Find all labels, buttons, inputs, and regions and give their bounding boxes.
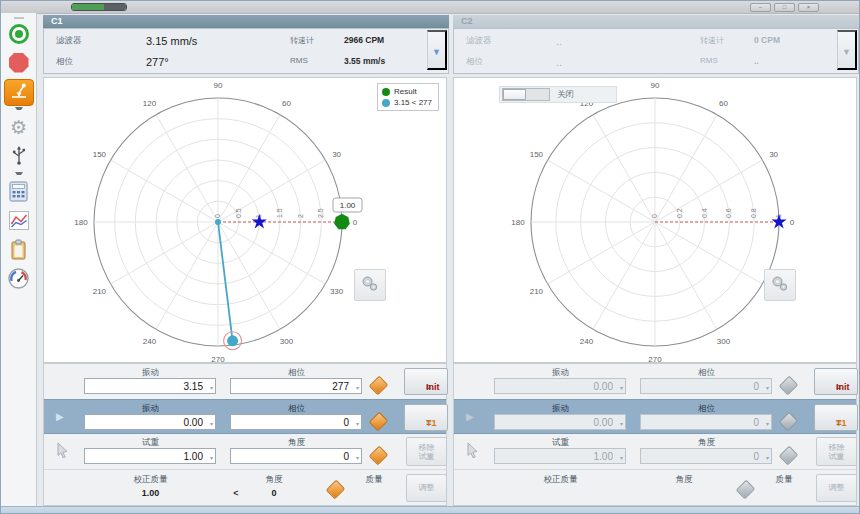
correction-mass-label: 校正质量 (84, 474, 217, 486)
cursor-icon (57, 443, 69, 462)
init-button[interactable]: ≡Init (404, 368, 448, 395)
field-caret-icon: ▾ (356, 420, 359, 427)
tacho-value: 2966 CPM (344, 35, 384, 45)
legend-swatch-result (382, 88, 390, 96)
init-row: 振动 相位 ▾ ▾ ≡Init (454, 364, 856, 399)
polar-chart-c2: 030609012015018021024027030033000.20.40.… (454, 78, 856, 362)
drag-handle[interactable] (14, 17, 24, 19)
vibration-input[interactable] (85, 415, 215, 429)
correction-row: 校正质量 角度 质量 调整 (454, 469, 856, 506)
channel-toggle-wrap: 关闭 (499, 86, 617, 103)
svg-text:330: 330 (330, 287, 344, 296)
settings-button[interactable]: ⚙ (4, 114, 34, 142)
usb-button[interactable] (4, 143, 34, 171)
tacho-value: 0 CPM (754, 35, 780, 45)
svg-text:270: 270 (211, 355, 225, 362)
stop-button[interactable] (4, 50, 34, 78)
diamond-indicator-icon[interactable] (326, 480, 346, 500)
phase-input[interactable] (231, 415, 361, 429)
calculator-icon (9, 181, 28, 202)
diamond-indicator-icon (779, 446, 799, 466)
diamond-indicator-icon (779, 412, 799, 432)
svg-text:30: 30 (769, 150, 778, 159)
field-caret-icon: ▾ (356, 384, 359, 391)
calculator-button[interactable] (4, 179, 34, 207)
stop-icon (9, 53, 29, 73)
svg-text:2: 2 (297, 214, 304, 218)
panel-title: C2 (453, 15, 859, 28)
diamond-indicator-icon[interactable] (369, 412, 389, 432)
rms-label: RMS (290, 56, 308, 65)
init-button[interactable]: ≡Init (814, 368, 858, 395)
chart-tools-button[interactable] (354, 269, 386, 301)
vibration-input[interactable] (85, 379, 215, 393)
tacho-label: 转速计 (290, 35, 314, 46)
line-chart-icon (9, 211, 29, 230)
measurement-info-box: 滤波器 .. 转速计 0 CPM 相位 .. RMS .. ▼ (453, 28, 859, 74)
channel-toggle[interactable] (502, 88, 550, 101)
phase-value: .. (556, 56, 562, 68)
polar-chart-c1: 030609012015018021024027030033000.511.52… (44, 78, 446, 362)
t1-button[interactable]: ≡T1 (814, 404, 858, 431)
close-button[interactable]: × (798, 3, 819, 12)
adjust-button[interactable]: 调整 (816, 474, 857, 502)
diamond-indicator-icon[interactable] (369, 446, 389, 466)
more-indicator (15, 172, 23, 178)
init-button-label: Init (426, 382, 440, 392)
svg-text:240: 240 (580, 337, 594, 346)
expand-info-button[interactable]: ▼ (837, 30, 857, 70)
chart-tools-button[interactable] (764, 269, 796, 301)
t1-button-label: T1 (836, 418, 847, 428)
svg-text:300: 300 (717, 337, 731, 346)
diamond-indicator-icon (779, 376, 799, 396)
trial-weight-input[interactable] (495, 449, 625, 463)
charts-button[interactable] (4, 208, 34, 236)
svg-text:240: 240 (143, 337, 157, 346)
legend-label: Result (394, 87, 417, 96)
svg-text:180: 180 (511, 218, 525, 227)
t1-button[interactable]: ≡T1 (404, 404, 448, 431)
minimize-button[interactable]: – (750, 3, 771, 12)
polar-chart-area-c2: 030609012015018021024027030033000.20.40.… (453, 77, 857, 363)
expand-info-button[interactable]: ▼ (427, 30, 447, 70)
vibration-input[interactable] (495, 415, 625, 429)
progress-pill (71, 3, 127, 11)
record-button[interactable] (4, 21, 34, 49)
legend-item: Result (382, 86, 432, 97)
phase-input[interactable] (641, 415, 771, 429)
correction-row: 校正质量 1.00 < 角度 0 质量 调整 (44, 469, 446, 506)
field-caret-icon: ▾ (210, 420, 213, 427)
svg-text:270: 270 (648, 355, 662, 362)
angle-label: 角度 (654, 474, 714, 486)
angle-input[interactable] (231, 449, 361, 463)
correction-mass-value: 1.00 (84, 488, 217, 498)
phase-input[interactable] (231, 379, 361, 393)
remove-label-line1: 移除 (829, 443, 845, 452)
balancing-button[interactable] (4, 79, 34, 106)
trial-weight-input[interactable] (85, 449, 215, 463)
toggle-knob[interactable] (503, 89, 526, 100)
remove-trial-weight-button[interactable]: 移除 试重 (816, 437, 857, 466)
svg-text:0.5: 0.5 (235, 208, 242, 218)
phase-input[interactable] (641, 379, 771, 393)
field-caret-icon: ▾ (766, 454, 769, 461)
gauge-button[interactable] (4, 266, 34, 294)
filter-label: 滤波器 (56, 35, 82, 47)
rms-label: RMS (700, 56, 718, 65)
trial-weight-field-wrap: ▾ (84, 448, 216, 464)
filter-label: 滤波器 (466, 35, 492, 47)
remove-trial-weight-button[interactable]: 移除 试重 (406, 437, 447, 466)
gauge-icon (8, 268, 29, 289)
vibration-input[interactable] (495, 379, 625, 393)
progress-pill-green (72, 4, 104, 10)
svg-text:0: 0 (353, 218, 358, 227)
field-caret-icon: ▾ (356, 454, 359, 461)
report-button[interactable] (4, 237, 34, 265)
legend-item: 3.15 < 277 (382, 97, 432, 108)
svg-text:2.5: 2.5 (317, 208, 324, 218)
diamond-indicator-icon[interactable] (369, 376, 389, 396)
adjust-button[interactable]: 调整 (406, 474, 447, 502)
angle-input[interactable] (641, 449, 771, 463)
usb-icon (11, 146, 27, 166)
restore-button[interactable]: □ (774, 3, 795, 12)
